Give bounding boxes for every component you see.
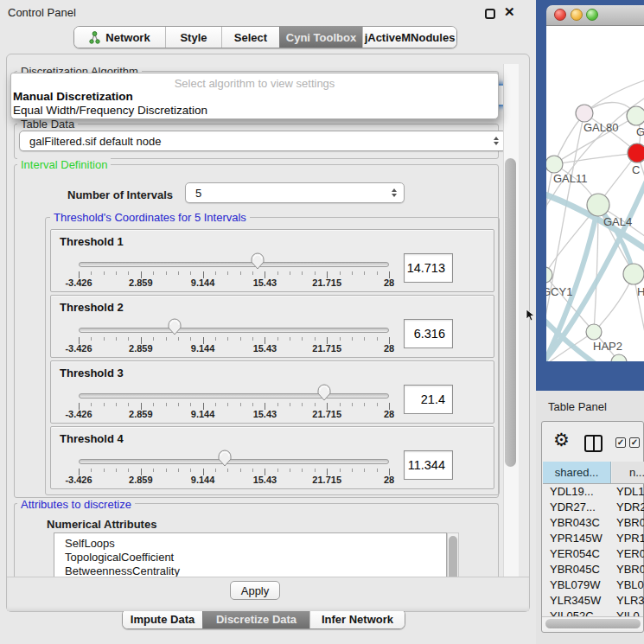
threshold-4-value-field[interactable]: 11.344 <box>404 450 453 480</box>
node-top-right[interactable] <box>627 106 644 125</box>
node-selected-red[interactable] <box>628 143 644 163</box>
network-view-canvas[interactable]: GAL80 GA C GAL11 GAL4 GCY1 H HAP2 <box>546 26 644 361</box>
table-row[interactable]: YBR043C YBR0... <box>543 515 644 531</box>
list-item-topologicalcoefficient[interactable]: TopologicalCoefficient <box>65 551 174 564</box>
threshold-4-slider-track[interactable] <box>79 459 389 464</box>
number-of-intervals-combobox[interactable]: 5 <box>185 182 405 203</box>
table-row[interactable]: YDL19... YDL1... <box>543 484 644 500</box>
tab-cyni-toolbox[interactable]: Cyni Toolbox <box>279 27 362 48</box>
tick-label: 21.715 <box>312 409 341 419</box>
mouse-cursor <box>526 309 536 322</box>
tab-cyni-toolbox-label: Cyni Toolbox <box>286 31 356 44</box>
cell-name: YBR0... <box>616 516 644 529</box>
tab-discretize-data[interactable]: Discretize Data <box>202 609 309 628</box>
threshold-1-value-field[interactable]: 14.713 <box>404 253 453 283</box>
tick-label: -3.426 <box>65 343 92 354</box>
table-row[interactable]: YBL079W YBL0... <box>543 577 644 593</box>
table-row[interactable]: YBR045C YBR0... <box>543 562 644 577</box>
checkbox-icon-2[interactable]: ✓ <box>629 437 640 448</box>
tick-label: 28 <box>384 475 394 485</box>
node-label-gcy1: GCY1 <box>546 285 572 298</box>
tick-label: -3.426 <box>65 475 92 485</box>
maximize-window-icon[interactable] <box>586 9 598 21</box>
threshold-1-slider-track[interactable] <box>79 262 389 267</box>
threshold-1-slider-thumb[interactable] <box>251 252 265 270</box>
column-layout-icon[interactable] <box>584 435 603 452</box>
cell-shared-name: YER054C <box>550 547 600 560</box>
node-label-c-partial: C <box>632 163 640 176</box>
threshold-4-row: Threshold 4 -3.426 2.859 9.144 15.43 21.… <box>50 426 494 489</box>
list-item-selfloops[interactable]: SelfLoops <box>65 537 115 550</box>
column-header-shared-name[interactable]: shared... <box>543 462 611 483</box>
tab-infer-network[interactable]: Infer Network <box>309 609 405 628</box>
threshold-2-slider-thumb[interactable] <box>168 318 182 335</box>
tab-impute-data[interactable]: Impute Data <box>123 609 202 628</box>
close-panel-icon[interactable]: ✕ <box>504 4 515 20</box>
tick-label: 15.43 <box>253 277 277 288</box>
list-item-betweennesscentrality[interactable]: BetweennessCentrality <box>65 564 180 577</box>
table-horizontal-scrollbar[interactable] <box>542 616 643 630</box>
dropdown-hint-item[interactable]: Select algorithm to view settings <box>11 77 498 90</box>
tick-label: 9.144 <box>191 343 215 354</box>
node-gal4[interactable] <box>587 194 609 216</box>
table-row[interactable]: YER054C YER0... <box>543 546 644 562</box>
threshold-3-slider-track[interactable] <box>79 393 389 399</box>
threshold-2-value-field[interactable]: 6.316 <box>404 319 453 348</box>
threshold-3-slider-thumb[interactable] <box>317 384 331 401</box>
threshold-1-row: Threshold 1 -3.426 2.859 9.144 15.43 21.… <box>50 229 494 292</box>
table-row[interactable]: YIL052C YIL0... <box>543 609 644 616</box>
cell-name: YPR1... <box>616 532 644 545</box>
tab-network[interactable]: Network <box>74 27 165 48</box>
table-horizontal-scrollbar-thumb[interactable] <box>545 619 641 628</box>
tick-label: 9.144 <box>191 475 215 485</box>
close-window-icon[interactable] <box>554 9 566 21</box>
threshold-2-slider-track[interactable] <box>79 328 389 333</box>
cell-shared-name: YIL052C <box>550 609 594 616</box>
float-panel-icon[interactable] <box>485 9 495 19</box>
threshold-3-value-field[interactable]: 21.4 <box>404 385 453 414</box>
slider-major-ticks <box>79 469 390 475</box>
numerical-attributes-list: SelfLoops TopologicalCoefficient Between… <box>54 532 447 581</box>
cell-name: YER0... <box>616 547 644 560</box>
cyni-bottom-tabs: Impute Data Discretize Data Infer Networ… <box>122 609 405 629</box>
tab-style[interactable]: Style <box>165 27 221 48</box>
node-gcy1[interactable] <box>546 267 552 283</box>
table-data-combobox[interactable]: galFiltered.sif default node <box>19 131 507 151</box>
tick-label: 2.859 <box>129 343 153 354</box>
attributes-list-scrollbar-thumb[interactable] <box>449 536 457 581</box>
checkbox-icon-1[interactable]: ✓ <box>615 437 626 448</box>
app-window: Control Panel ✕ Network Style Select Cyn… <box>0 0 644 644</box>
threshold-4-label: Threshold 4 <box>60 432 124 445</box>
node-label-gal80: GAL80 <box>583 121 618 134</box>
node-gal80[interactable] <box>576 105 593 122</box>
node-h[interactable] <box>623 264 644 284</box>
column-header-name[interactable]: n... <box>612 462 644 483</box>
panel-scrollbar-thumb[interactable] <box>505 158 516 467</box>
cell-shared-name: YLR345W <box>550 594 601 607</box>
slider-major-ticks <box>79 271 390 278</box>
slider-major-ticks <box>79 337 390 344</box>
threshold-2-row: Threshold 2 -3.426 2.859 9.144 15.43 21.… <box>50 295 494 358</box>
table-row[interactable]: YDR27... YDR2... <box>543 500 644 515</box>
table-row[interactable]: YLR345W YLR3... <box>543 593 644 609</box>
combo-arrows-icon <box>494 137 499 145</box>
apply-button[interactable]: Apply <box>230 581 280 600</box>
apply-row: Apply <box>7 577 529 611</box>
tab-jactivemnodules[interactable]: jActiveMNodules <box>362 27 456 48</box>
tick-label: 15.43 <box>253 475 277 485</box>
table-row[interactable]: YPR145W YPR1... <box>543 531 644 546</box>
table-settings-gear-icon[interactable]: ⚙ <box>553 430 570 449</box>
tab-jactivemnodules-label: jActiveMNodules <box>365 31 456 44</box>
algorithm-dropdown-popup: Select algorithm to view settings Manual… <box>10 73 499 119</box>
tab-select[interactable]: Select <box>221 27 279 48</box>
network-window-titlebar[interactable] <box>546 5 644 26</box>
dropdown-item-equal-width-frequency[interactable]: Equal Width/Frequency Discretization <box>13 104 207 117</box>
node-gal11[interactable] <box>546 156 563 173</box>
tick-label: -3.426 <box>65 409 92 419</box>
node-hap2[interactable] <box>586 324 602 340</box>
threshold-1-label: Threshold 1 <box>60 235 124 248</box>
dropdown-item-manual-discretization[interactable]: Manual Discretization <box>13 90 133 103</box>
column-header-shared-name-label: shared... <box>555 466 599 479</box>
minimize-window-icon[interactable] <box>571 9 583 21</box>
threshold-4-slider-thumb[interactable] <box>218 450 232 467</box>
